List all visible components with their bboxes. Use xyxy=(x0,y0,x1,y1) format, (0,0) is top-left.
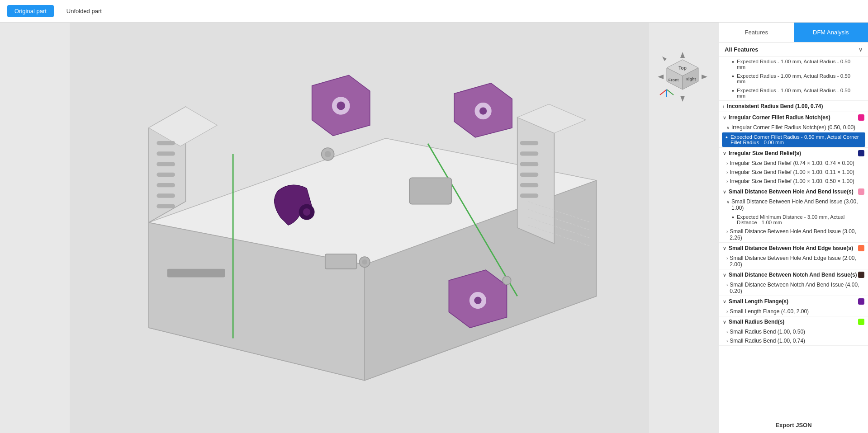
hole-bend-item-1[interactable]: • Expected Minimum Distance - 3.00 mm, A… xyxy=(719,212,868,227)
svg-rect-13 xyxy=(157,204,175,208)
radius-item-2[interactable]: • Expected Radius - 1.00 mm, Actual Radi… xyxy=(719,71,868,86)
irregular-size-sub-3[interactable]: › Irregular Size Bend Relief (1.00 × 1.0… xyxy=(719,177,868,186)
svg-point-32 xyxy=(474,297,481,304)
svg-rect-39 xyxy=(409,178,451,204)
chevron-small-radius-bend-sub-1: › xyxy=(726,329,728,334)
svg-point-34 xyxy=(303,208,310,216)
chevron-hole-bend-sub-2: › xyxy=(726,229,728,234)
irregular-size-sub-2[interactable]: › Irregular Size Bend Relief (1.00 × 1.0… xyxy=(719,168,868,177)
irregular-corner-color xyxy=(858,114,864,121)
svg-point-45 xyxy=(362,259,367,265)
export-json-button[interactable]: Export JSON xyxy=(719,417,868,433)
feature-group-irregular-corner: ∨ Irregular Corner Fillet Radius Notch(e… xyxy=(719,112,868,148)
feature-group-hole-edge: ∨ Small Distance Between Hole And Edge I… xyxy=(719,243,868,269)
tab-dfm-analysis[interactable]: DFM Analysis xyxy=(794,23,868,42)
svg-rect-20 xyxy=(520,183,539,187)
svg-point-29 xyxy=(479,107,487,114)
svg-text:Top: Top xyxy=(678,66,687,71)
chevron-irregular-corner-sub: ∨ xyxy=(726,125,730,130)
small-radius-bend-header[interactable]: ∨ Small Radius Bend(s) xyxy=(719,316,868,327)
small-flange-sub-1[interactable]: › Small Length Flange (4.00, 2.00) xyxy=(719,307,868,316)
main-area: Top Front Right Features DFM Analysis Al… xyxy=(0,23,868,433)
top-bar: Original part Unfolded part xyxy=(0,0,868,23)
chevron-irregular-size-sub-2: › xyxy=(726,170,728,175)
irregular-size-sub-1[interactable]: › Irregular Size Bend Relief (0.74 × 1.0… xyxy=(719,159,868,168)
chevron-irregular-size: ∨ xyxy=(723,151,726,156)
small-radius-bend-sub-2[interactable]: › Small Radius Bend (1.00, 0.74) xyxy=(719,336,868,345)
chevron-small-flange: ∨ xyxy=(723,299,726,304)
all-features-header: All Features ∨ xyxy=(719,42,868,57)
svg-rect-16 xyxy=(520,141,539,145)
chevron-irregular-corner: ∨ xyxy=(723,115,726,120)
irregular-corner-sub[interactable]: ∨ Irregular Corner Fillet Radius Notch(e… xyxy=(719,123,868,132)
small-flange-header[interactable]: ∨ Small Length Flange(s) xyxy=(719,296,868,307)
chevron-small-radius-bend: ∨ xyxy=(723,320,726,325)
notch-bend-header[interactable]: ∨ Small Distance Between Notch And Bend … xyxy=(719,269,868,280)
chevron-hole-edge: ∨ xyxy=(723,246,726,251)
chevron-small-flange-sub-1: › xyxy=(726,309,728,314)
svg-rect-11 xyxy=(157,183,175,187)
feature-group-small-radius-bend: ∨ Small Radius Bend(s) › Small Radius Be… xyxy=(719,316,868,346)
inconsistent-radius-header[interactable]: › Inconsistent Radius Bend (1.00, 0.74) xyxy=(719,101,868,112)
irregular-corner-header[interactable]: ∨ Irregular Corner Fillet Radius Notch(e… xyxy=(719,112,868,123)
svg-rect-37 xyxy=(325,254,357,269)
hole-edge-color xyxy=(858,245,864,251)
svg-rect-21 xyxy=(520,193,539,198)
svg-marker-51 xyxy=(662,56,667,61)
chevron-notch-bend: ∨ xyxy=(723,273,726,278)
3d-viewport[interactable]: Top Front Right xyxy=(0,23,719,433)
original-part-button[interactable]: Original part xyxy=(7,5,54,17)
svg-line-60 xyxy=(667,89,674,95)
hole-edge-sub-1[interactable]: › Small Distance Between Hole And Edge I… xyxy=(719,254,868,269)
chevron-hole-edge-sub-1: › xyxy=(726,256,728,261)
chevron-hole-bend: ∨ xyxy=(723,189,726,194)
hole-bend-header[interactable]: ∨ Small Distance Between Hole And Bend I… xyxy=(719,186,868,197)
svg-rect-10 xyxy=(157,173,175,177)
svg-rect-19 xyxy=(520,173,539,177)
small-radius-bend-color xyxy=(858,319,864,325)
small-flange-color xyxy=(858,298,864,305)
chevron-notch-bend-sub-1: › xyxy=(726,282,728,287)
svg-line-59 xyxy=(660,89,667,95)
notch-bend-sub-1[interactable]: › Small Distance Between Notch And Bend … xyxy=(719,280,868,296)
small-radius-bend-sub-1[interactable]: › Small Radius Bend (1.00, 0.50) xyxy=(719,327,868,336)
tab-features[interactable]: Features xyxy=(719,23,794,42)
chevron-irregular-size-sub-3: › xyxy=(726,179,728,184)
svg-point-46 xyxy=(503,276,511,285)
chevron-hole-bend-sub-1: ∨ xyxy=(726,199,730,204)
svg-marker-52 xyxy=(698,56,703,61)
features-list[interactable]: • Expected Radius - 1.00 mm, Actual Radi… xyxy=(719,57,868,417)
cube-navigator[interactable]: Top Front Right xyxy=(655,50,710,104)
unfolded-part-button[interactable]: Unfolded part xyxy=(59,5,109,17)
all-features-chevron[interactable]: ∨ xyxy=(859,47,863,53)
feature-group-hole-bend: ∨ Small Distance Between Hole And Bend I… xyxy=(719,186,868,243)
svg-marker-14 xyxy=(517,118,554,244)
svg-marker-50 xyxy=(702,75,707,79)
irregular-size-header[interactable]: ∨ Irregular Size Bend Relief(s) xyxy=(719,148,868,159)
svg-rect-7 xyxy=(157,141,175,145)
svg-rect-12 xyxy=(157,193,175,198)
svg-point-26 xyxy=(337,102,345,110)
right-panel: Features DFM Analysis All Features ∨ • E… xyxy=(719,23,868,433)
svg-text:Right: Right xyxy=(686,77,696,81)
notch-bend-color xyxy=(858,272,864,278)
hole-bend-sub-1[interactable]: ∨ Small Distance Between Hole And Bend I… xyxy=(719,197,868,212)
svg-marker-47 xyxy=(680,52,685,58)
all-features-label: All Features xyxy=(725,46,758,53)
irregular-corner-item-highlighted[interactable]: • Expected Corner Fillet Radius - 0.50 m… xyxy=(722,132,865,147)
svg-marker-49 xyxy=(658,75,664,79)
svg-rect-9 xyxy=(157,162,175,166)
hole-edge-header[interactable]: ∨ Small Distance Between Hole And Edge I… xyxy=(719,243,868,254)
svg-rect-18 xyxy=(520,162,539,166)
radius-item-1[interactable]: • Expected Radius - 1.00 mm, Actual Radi… xyxy=(719,57,868,71)
radius-item-3[interactable]: • Expected Radius - 1.00 mm, Actual Radi… xyxy=(719,86,868,100)
hole-bend-color xyxy=(858,188,864,195)
svg-marker-48 xyxy=(680,96,685,102)
irregular-size-color xyxy=(858,150,864,156)
chevron-small-radius-bend-sub-2: › xyxy=(726,339,728,344)
svg-rect-38 xyxy=(167,269,225,278)
hole-bend-sub-2[interactable]: › Small Distance Between Hole And Bend I… xyxy=(719,227,868,242)
chevron-irregular-size-sub-1: › xyxy=(726,161,728,166)
chevron-inconsistent-radius: › xyxy=(723,104,724,109)
svg-point-36 xyxy=(325,151,331,157)
